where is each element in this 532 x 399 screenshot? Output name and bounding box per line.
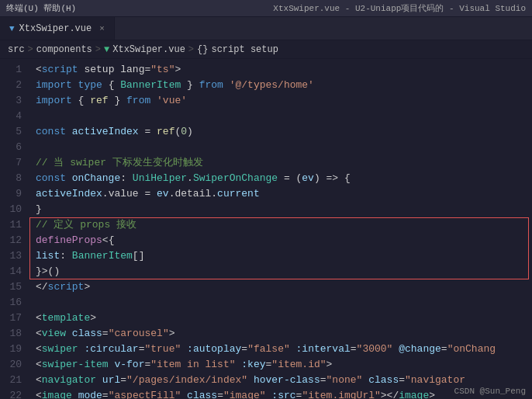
line-number: 5 (0, 124, 22, 140)
token: "navigator (405, 374, 465, 386)
token: } (109, 95, 126, 106)
line-number: 13 (0, 248, 22, 264)
token: "true" (144, 343, 181, 355)
code-content[interactable]: <script setup lang="ts">import type { Ba… (29, 59, 532, 399)
breadcrumb-curly: {} (197, 44, 208, 55)
token: :autoplay (187, 343, 241, 355)
code-line: activeIndex.value = ev.detail.current (36, 186, 532, 202)
token: swiper-item (42, 359, 109, 370)
token: list (36, 250, 60, 262)
line-number: 10 (0, 202, 22, 217)
token: = (351, 343, 357, 355)
token: "ts" (150, 64, 174, 75)
token (150, 95, 157, 106)
line-number: 21 (0, 373, 22, 388)
token: > (84, 281, 90, 293)
line-number: 2 (0, 78, 22, 93)
menu-left[interactable]: 终端(U) 帮助(H) (6, 2, 76, 14)
token: = ( (278, 172, 302, 184)
token: = (139, 126, 157, 137)
token (247, 374, 254, 386)
line-number: 8 (0, 171, 22, 186)
token: mode (78, 390, 102, 399)
token: '@/types/home' (230, 79, 314, 91)
code-line: list: BannerItem[] (36, 248, 532, 264)
token: class (187, 390, 217, 399)
title-bar: 终端(U) 帮助(H) XtxSwiper.vue - U2-Uniapp项目代… (0, 0, 532, 17)
token: "/pages/index/index" (126, 374, 247, 386)
token: .value = (102, 188, 157, 200)
token: setup lang= (78, 64, 151, 75)
code-line: <navigator url="/pages/index/index" hove… (36, 373, 532, 388)
token: from (199, 79, 223, 91)
code-line: const activeIndex = ref(0) (36, 124, 532, 140)
token: } (181, 79, 199, 91)
token: hover-class (254, 374, 320, 386)
token: "aspectFill" (109, 390, 181, 399)
token: view (42, 328, 66, 339)
token: // 定义 props 接收 (36, 219, 136, 231)
breadcrumb-filename: XtxSwiper.vue (112, 44, 185, 55)
token: ref (90, 95, 108, 106)
token: current (217, 188, 260, 200)
tab-label: XtxSwiper.vue (19, 23, 92, 34)
token: :circular (84, 343, 138, 355)
token: activeIndex (72, 126, 139, 137)
token: template (42, 312, 90, 324)
watermark: CSDN @Sun_Peng (454, 387, 526, 396)
breadcrumb-sep2: > (95, 44, 101, 55)
line-number: 6 (0, 140, 22, 155)
token: ref (157, 126, 174, 137)
code-line: </script> (36, 279, 532, 295)
token: .detail. (169, 188, 217, 200)
code-line: // 当 swiper 下标发生变化时触发 (36, 155, 532, 171)
line-number: 7 (0, 155, 22, 171)
token: BannerItem (72, 250, 133, 262)
breadcrumb-sep1: > (28, 44, 33, 55)
breadcrumb-src: src (8, 44, 25, 55)
token: onChange (72, 172, 120, 184)
token: = (102, 390, 109, 399)
code-line: const onChange: UniHelper.SwiperOnChange… (36, 171, 532, 186)
token: BannerItem (120, 79, 181, 91)
token: > (90, 312, 96, 324)
token: { (102, 79, 120, 91)
token: "item.id" (271, 359, 326, 370)
token: . (187, 172, 193, 184)
token: defineProps (36, 234, 102, 246)
breadcrumb-scriptsetup: script setup (211, 44, 278, 55)
token: "false" (247, 343, 290, 355)
line-number: 15 (0, 279, 22, 295)
token: < (36, 64, 42, 75)
token: < (36, 343, 42, 355)
token: const (36, 126, 72, 137)
token: SwiperOnChange (193, 172, 278, 184)
token: "image" (223, 390, 266, 399)
code-line: defineProps<{ (36, 233, 532, 248)
token: script (48, 281, 85, 293)
line-number: 18 (0, 326, 22, 342)
breadcrumb-vue-icon: ▼ (104, 44, 109, 55)
token: = (102, 328, 109, 339)
token (290, 343, 296, 355)
token (181, 390, 187, 399)
tab-close-button[interactable]: × (99, 24, 105, 33)
line-number: 12 (0, 233, 22, 248)
token: "onChang (447, 343, 496, 355)
tab-xtxswiper[interactable]: ▼ XtxSwiper.vue × (0, 17, 115, 40)
token: activeIndex (36, 188, 102, 200)
token: from (126, 95, 150, 106)
token: ) => { (314, 172, 351, 184)
line-number: 1 (0, 62, 22, 78)
code-line: <swiper-item v-for="item in list" :key="… (36, 357, 532, 373)
token (223, 79, 230, 91)
line-number: 3 (0, 93, 22, 109)
token: : (60, 250, 72, 262)
token: :src (271, 390, 295, 399)
token: url (102, 374, 120, 386)
line-number: 20 (0, 357, 22, 373)
token: const (36, 172, 72, 184)
code-line: <template> (36, 311, 532, 326)
token: import (36, 79, 78, 91)
token: < (36, 390, 42, 399)
